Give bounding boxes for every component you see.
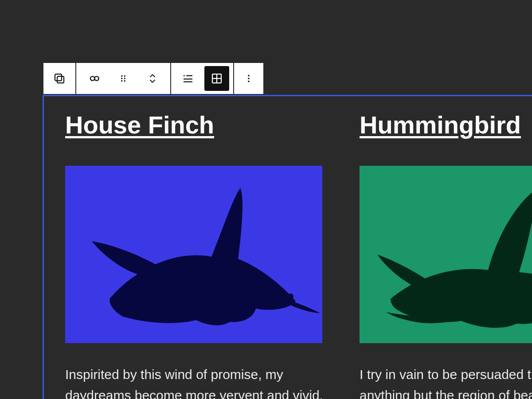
drag-handle[interactable] [109, 63, 138, 94]
svg-point-7 [124, 80, 125, 82]
more-vertical-icon [243, 73, 254, 84]
svg-point-18 [287, 293, 293, 300]
stack-icon [53, 72, 66, 85]
chevrons-vertical-icon [147, 71, 158, 86]
svg-point-15 [248, 75, 250, 77]
movers-button[interactable] [138, 63, 167, 94]
post-card: House Finch Inspirited by this wind of [65, 110, 331, 399]
query-loop-block[interactable]: House Finch Inspirited by this wind of [43, 95, 532, 399]
post-card: Hummingbird I try in vain to be persuad [360, 110, 532, 399]
grid-layout-button[interactable] [204, 66, 229, 91]
toolbar-cell-pattern-group [76, 63, 171, 94]
svg-point-16 [248, 78, 250, 79]
svg-point-6 [121, 80, 122, 82]
svg-point-2 [121, 75, 122, 77]
grid-icon [210, 72, 223, 85]
featured-image[interactable] [360, 166, 532, 343]
toolbar-cell-layout [171, 63, 234, 94]
more-options-button[interactable] [234, 63, 263, 94]
infinity-icon [87, 71, 101, 86]
svg-point-4 [121, 78, 122, 79]
post-title-link[interactable]: Hummingbird [360, 110, 532, 139]
transform-button[interactable] [45, 63, 74, 94]
svg-rect-0 [55, 74, 62, 81]
list-icon [181, 72, 195, 85]
block-toolbar [43, 62, 264, 95]
post-title-link[interactable]: House Finch [65, 110, 331, 139]
featured-image[interactable] [65, 166, 322, 343]
toolbar-cell-transform [43, 63, 76, 94]
post-grid: House Finch Inspirited by this wind of [65, 110, 511, 399]
drag-icon [117, 73, 129, 84]
post-excerpt: I try in vain to be persuaded that the a… [360, 364, 532, 399]
post-excerpt: Inspirited by this wind of promise, my d… [65, 364, 331, 399]
toolbar-cell-more [234, 63, 263, 94]
svg-point-5 [124, 78, 125, 79]
list-layout-button[interactable] [173, 63, 203, 94]
svg-point-8 [184, 75, 185, 76]
pattern-button[interactable] [79, 63, 109, 94]
svg-rect-1 [57, 76, 64, 83]
svg-point-17 [248, 81, 250, 82]
svg-point-3 [124, 75, 125, 77]
